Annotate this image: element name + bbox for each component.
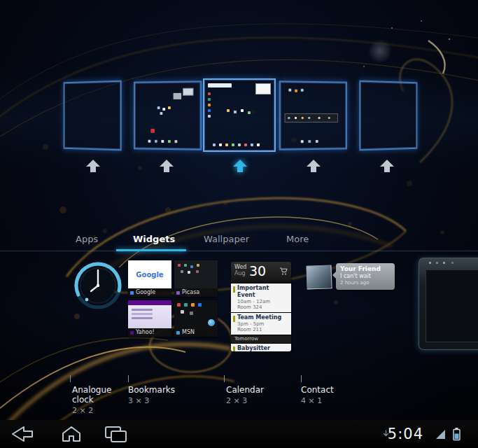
- favicon: [176, 331, 180, 335]
- bookmark-thumbnail: [128, 300, 171, 328]
- calendar-day-number: 30: [249, 263, 266, 279]
- panel-miniature: [288, 117, 290, 119]
- event-location: Room 324: [237, 304, 288, 310]
- home-icon: [59, 425, 87, 443]
- panel-miniature: [227, 109, 230, 112]
- recent-apps-button[interactable]: [103, 425, 131, 443]
- contact-photo: [306, 265, 332, 289]
- widget-name: Bookmarks: [128, 385, 175, 395]
- tab-widgets[interactable]: Widgets: [133, 234, 175, 244]
- panel-miniature: [208, 83, 232, 88]
- home-screen-thumbnail-4[interactable]: [279, 80, 347, 150]
- panel-miniature: [213, 144, 216, 146]
- customize-tab-bar: Apps Widgets Wallpaper More: [0, 231, 478, 252]
- bookmark-thumb-google: Google Google: [128, 260, 171, 297]
- bookmark-thumb-picasa: Picasa: [174, 260, 218, 297]
- widget-name: Calendar: [226, 385, 264, 395]
- bookmark-label: MSN: [174, 328, 218, 337]
- home-screen-thumbnail-2[interactable]: [134, 80, 202, 150]
- screen-arrow[interactable]: [160, 160, 174, 172]
- home-screen-thumbnail-5[interactable]: [359, 80, 417, 151]
- contact-message: I can't wait: [340, 273, 391, 280]
- bookmark-thumb-msn: MSN: [174, 300, 218, 337]
- tab-more[interactable]: More: [286, 234, 309, 244]
- event-time: 10am - 12am: [237, 299, 288, 304]
- bookmark-label: Google: [128, 288, 171, 297]
- bookmark-label: Picasa: [174, 288, 218, 297]
- panel-miniature: [157, 106, 160, 109]
- thumb-content: [178, 264, 181, 267]
- event-title: Important Event: [237, 285, 288, 299]
- widget-calendar[interactable]: Wed Aug 30 Important Event 10am - 12am R…: [231, 262, 291, 351]
- calendar-event: Babysitter 7am - 9pm 698 Mississippi St: [231, 344, 291, 351]
- widget-name: Contact: [301, 385, 334, 395]
- widget-partial-right[interactable]: [419, 258, 478, 350]
- home-screen-thumbnail-1[interactable]: [64, 80, 122, 151]
- event-title: Babysitter: [237, 345, 288, 351]
- bookmark-thumbnail: [174, 300, 218, 328]
- favicon: [130, 331, 134, 335]
- widget-contact[interactable]: Your Friend I can't wait 2 hours ago: [307, 263, 396, 293]
- tray-tick: [70, 375, 71, 382]
- bookmark-label: Yahoo!: [128, 328, 171, 337]
- thumb-content: [429, 262, 431, 264]
- thumb-content: [132, 309, 153, 311]
- msn-logo: [208, 319, 215, 326]
- panel-miniature: [150, 129, 155, 133]
- screen-arrow[interactable]: [86, 160, 100, 172]
- favicon: [176, 291, 180, 295]
- favicon: [130, 291, 134, 295]
- home-screen-panel-picker: [0, 0, 478, 182]
- cart-icon: [279, 267, 288, 276]
- tab-apps[interactable]: Apps: [76, 234, 98, 244]
- system-bar: 5:04: [0, 420, 478, 448]
- home-customize-screen: Apps Widgets Wallpaper More Google Googl…: [0, 0, 478, 448]
- widget-name: Analogue clock: [72, 385, 111, 405]
- widget-label-analog-clock: Analogue clock 2 × 2: [72, 385, 113, 416]
- active-tab-underline: [116, 249, 186, 251]
- tray-tick: [224, 375, 225, 382]
- tray-tick: [301, 375, 302, 382]
- contact-name: Your Friend: [340, 265, 391, 273]
- bookmark-thumbnail: Google: [128, 260, 171, 288]
- widget-size: 4 × 1: [301, 396, 357, 406]
- status-clock[interactable]: 5:04: [388, 426, 423, 442]
- recent-apps-icon: [103, 425, 131, 443]
- bookmark-thumbnail: [174, 260, 218, 288]
- event-location: Room 211: [237, 327, 288, 332]
- back-icon: [8, 425, 36, 443]
- contact-bubble: Your Friend I can't wait 2 hours ago: [336, 263, 395, 290]
- widget-label-bookmarks: Bookmarks 3 × 3: [128, 385, 191, 406]
- panel-miniature: [285, 113, 338, 122]
- widget-label-calendar: Calendar 2 × 3: [226, 385, 282, 406]
- home-button[interactable]: [59, 425, 87, 443]
- screen-arrow[interactable]: [233, 160, 247, 172]
- panel-miniature: [288, 89, 291, 92]
- panel-miniature: [255, 83, 271, 94]
- widget-analog-clock[interactable]: [73, 260, 123, 311]
- thumb-content: [177, 303, 181, 307]
- event-title: Team Meeting: [237, 314, 288, 321]
- panel-miniature: [174, 93, 182, 99]
- screen-arrow[interactable]: [380, 160, 394, 172]
- widget-screen: [426, 270, 478, 342]
- screen-arrow[interactable]: [307, 160, 321, 172]
- calendar-event: Important Event 10am - 12am Room 324: [231, 284, 291, 312]
- panel-miniature: [208, 92, 211, 95]
- bookmark-thumb-yahoo: Yahoo!: [128, 300, 171, 337]
- widget-size: 2 × 3: [226, 396, 282, 406]
- battery-icon: [452, 427, 461, 441]
- back-button[interactable]: [8, 425, 36, 443]
- tab-wallpaper[interactable]: Wallpaper: [204, 234, 249, 244]
- signal-icon: [435, 429, 446, 440]
- panel-miniature: [301, 140, 304, 143]
- tab-divider-line: [0, 251, 478, 251]
- widget-bookmarks[interactable]: Google Google Picasa Yahoo! MSN: [128, 260, 218, 337]
- calendar-event: Team Meeting 3pm - 5pm Room 211: [231, 313, 291, 335]
- contact-timestamp: 2 hours ago: [340, 280, 391, 286]
- tray-tick: [128, 375, 129, 382]
- widget-size: 3 × 3: [128, 396, 191, 406]
- panel-miniature: [183, 88, 194, 96]
- home-screen-thumbnail-3[interactable]: [203, 78, 276, 152]
- event-time: 3pm - 5pm: [237, 321, 288, 327]
